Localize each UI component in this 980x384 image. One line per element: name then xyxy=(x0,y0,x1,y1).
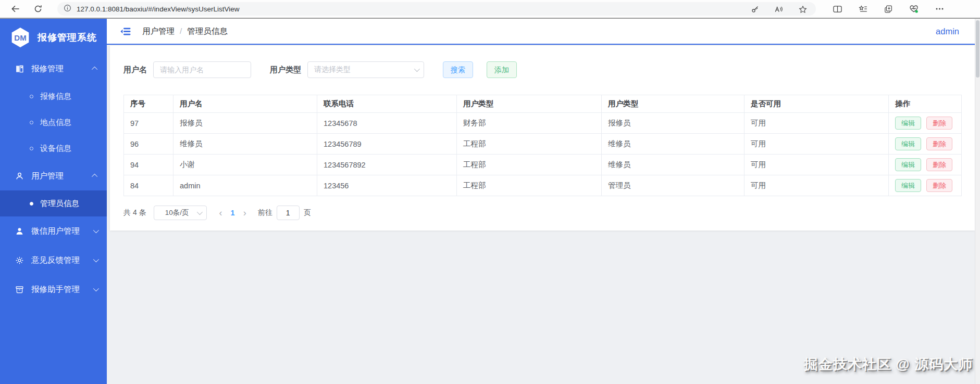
user-type-select-value: 请选择类型 xyxy=(314,65,414,74)
chevron-up-icon xyxy=(92,174,97,180)
table-cell: 工程部 xyxy=(457,134,602,155)
sidebar-item-label: 微信用户管理 xyxy=(31,226,80,237)
edit-button[interactable]: 编辑 xyxy=(895,179,921,192)
current-user-link[interactable]: admin xyxy=(936,27,959,36)
table-cell: 报修员 xyxy=(173,113,317,134)
password-key-icon[interactable] xyxy=(747,2,763,16)
search-button[interactable]: 搜索 xyxy=(443,61,473,78)
table-row: 84admin123456工程部管理员可用编辑删除 xyxy=(124,175,962,196)
pagination-total: 共 4 条 xyxy=(123,208,146,217)
box-icon xyxy=(14,285,24,294)
browser-essentials-icon[interactable] xyxy=(906,2,922,16)
read-aloud-icon[interactable] xyxy=(771,2,787,16)
sidebar-item-label: 地点信息 xyxy=(40,118,71,127)
column-header: 是否可用 xyxy=(745,95,889,113)
bullet-icon xyxy=(30,147,33,150)
table-cell: 96 xyxy=(124,134,173,155)
table-cell: 123456789 xyxy=(317,134,457,155)
actions-cell: 编辑删除 xyxy=(889,134,962,155)
breadcrumb-admin-info: 管理员信息 xyxy=(187,26,228,37)
delete-button[interactable]: 删除 xyxy=(926,158,952,171)
sidebar-item-label: 管理员信息 xyxy=(40,199,79,209)
content-panel: 用户名 用户类型 请选择类型 搜索 添加 序号用户名联系电话用户类型用户类型是否… xyxy=(110,46,975,231)
page-size-value: 10条/页 xyxy=(165,208,192,217)
actions-cell: 编辑删除 xyxy=(889,155,962,175)
edit-button[interactable]: 编辑 xyxy=(895,158,921,171)
bullet-icon xyxy=(30,121,33,124)
url-text[interactable]: 127.0.0.1:8081/baoxiu/#/indexView/sysUse… xyxy=(77,5,747,13)
edit-button[interactable]: 编辑 xyxy=(895,117,921,130)
split-screen-icon[interactable] xyxy=(829,2,845,16)
next-page-button[interactable]: › xyxy=(239,208,251,219)
sidebar-item-repair-management[interactable]: 报修管理 xyxy=(0,54,107,83)
sidebar-item-label: 报修助手管理 xyxy=(31,284,80,295)
table-body: 97报修员12345678财务部报修员可用编辑删除96维修员123456789工… xyxy=(124,113,962,196)
goto-page-input[interactable] xyxy=(277,206,300,220)
book-icon xyxy=(14,65,24,73)
sidebar-item-feedback-management[interactable]: 意见反馈管理 xyxy=(0,246,107,275)
current-page[interactable]: 1 xyxy=(227,209,239,217)
sidebar-item-user-management[interactable]: 用户管理 xyxy=(0,161,107,190)
address-bar[interactable]: 127.0.0.1:8081/baoxiu/#/indexView/sysUse… xyxy=(57,2,816,16)
delete-button[interactable]: 删除 xyxy=(926,179,952,192)
table-cell: 工程部 xyxy=(457,175,602,196)
page-header: 用户管理 / 管理员信息 admin xyxy=(107,19,975,45)
collections-icon[interactable] xyxy=(880,2,896,16)
bullet-icon xyxy=(30,95,33,98)
add-button[interactable]: 添加 xyxy=(487,61,517,78)
page-scrollbar[interactable] xyxy=(975,19,980,384)
sidebar-item-location-info[interactable]: 地点信息 xyxy=(0,109,107,135)
sidebar-item-device-info[interactable]: 设备信息 xyxy=(0,135,107,161)
sidebar-item-repair-assistant-management[interactable]: 报修助手管理 xyxy=(0,275,107,304)
site-info-icon[interactable] xyxy=(64,4,71,14)
sidebar-item-label: 用户管理 xyxy=(31,171,64,182)
sidebar-item-label: 设备信息 xyxy=(40,144,71,153)
username-input[interactable] xyxy=(153,61,251,78)
search-form: 用户名 用户类型 请选择类型 搜索 添加 xyxy=(123,61,961,78)
user-filled-icon xyxy=(14,227,24,236)
sidebar-item-wechat-user-management[interactable]: 微信用户管理 xyxy=(0,216,107,246)
favorites-hub-icon[interactable] xyxy=(855,2,871,16)
column-header: 用户名 xyxy=(173,95,317,113)
table-cell: 可用 xyxy=(745,134,889,155)
sidebar-item-repair-info[interactable]: 报修信息 xyxy=(0,83,107,109)
username-label: 用户名 xyxy=(123,65,147,75)
sidebar-item-admin-info[interactable]: 管理员信息 xyxy=(0,190,107,216)
back-icon[interactable] xyxy=(7,2,23,16)
table-cell: 管理员 xyxy=(602,175,745,196)
refresh-icon[interactable] xyxy=(30,2,46,16)
breadcrumb: 用户管理 / 管理员信息 xyxy=(142,26,228,37)
sidebar-menu: 报修管理报修信息地点信息设备信息用户管理管理员信息微信用户管理意见反馈管理报修助… xyxy=(0,52,107,304)
chevron-down-icon xyxy=(196,209,202,215)
edit-button[interactable]: 编辑 xyxy=(895,137,921,150)
app-logo: DM 报修管理系统 xyxy=(0,19,107,52)
favorite-star-icon[interactable] xyxy=(795,2,811,16)
sidebar-item-label: 报修信息 xyxy=(40,92,71,101)
delete-button[interactable]: 删除 xyxy=(926,117,952,130)
goto-label: 前往 xyxy=(258,208,272,217)
table-cell: 维修员 xyxy=(602,155,745,175)
table-cell: 工程部 xyxy=(457,155,602,175)
column-header: 联系电话 xyxy=(317,95,457,113)
table-row: 96维修员123456789工程部维修员可用编辑删除 xyxy=(124,134,962,155)
more-menu-icon[interactable] xyxy=(932,2,947,16)
table-header-row: 序号用户名联系电话用户类型用户类型是否可用操作 xyxy=(124,95,962,113)
browser-toolbar: 127.0.0.1:8081/baoxiu/#/indexView/sysUse… xyxy=(0,0,980,19)
table-cell: 报修员 xyxy=(602,113,745,134)
breadcrumb-user-management[interactable]: 用户管理 xyxy=(142,26,175,37)
user-type-label: 用户类型 xyxy=(270,65,301,75)
sidebar-fold-icon[interactable] xyxy=(120,28,131,35)
prev-page-button[interactable]: ‹ xyxy=(215,208,227,219)
actions-cell: 编辑删除 xyxy=(889,113,962,134)
column-header: 用户类型 xyxy=(457,95,602,113)
table-cell: 维修员 xyxy=(173,134,317,155)
page-size-select[interactable]: 10条/页 xyxy=(154,206,207,220)
table-cell: 可用 xyxy=(745,155,889,175)
user-type-select[interactable]: 请选择类型 xyxy=(307,61,424,78)
page-unit-label: 页 xyxy=(304,208,311,217)
chevron-down-icon xyxy=(414,66,420,72)
table-row: 97报修员12345678财务部报修员可用编辑删除 xyxy=(124,113,962,134)
breadcrumb-separator: / xyxy=(180,27,182,36)
delete-button[interactable]: 删除 xyxy=(926,137,952,150)
scrollbar-thumb[interactable] xyxy=(976,20,979,78)
